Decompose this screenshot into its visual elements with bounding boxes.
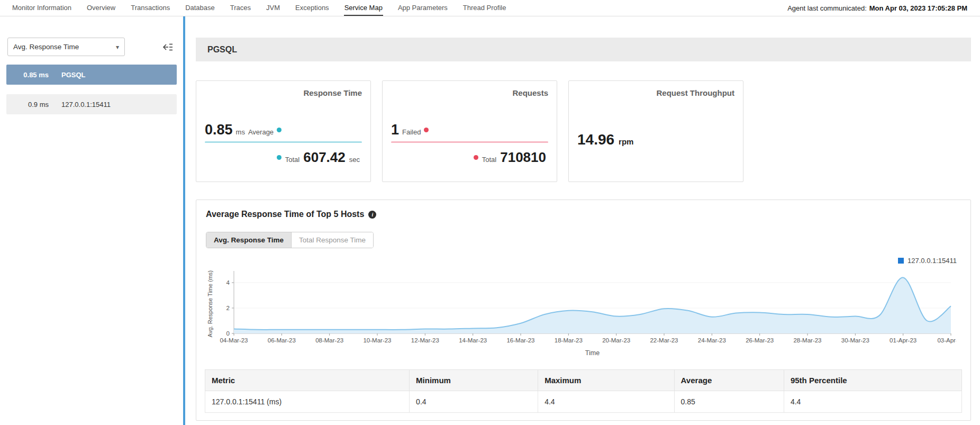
sidebar-controls: Avg. Response Time ▾ xyxy=(0,38,183,56)
host-list: 0.85 msPGSQL0.9 ms127.0.0.1:15411 xyxy=(0,65,183,114)
chart-legend: 127.0.0.1:15411 xyxy=(205,257,962,265)
svg-text:12-Mar-23: 12-Mar-23 xyxy=(411,337,439,343)
svg-text:26-Mar-23: 26-Mar-23 xyxy=(746,337,774,343)
nav-tab-service-map[interactable]: Service Map xyxy=(344,0,383,16)
nav-tab-traces[interactable]: Traces xyxy=(230,0,251,16)
total-requests-label: Total xyxy=(482,156,496,164)
chevron-down-icon: ▾ xyxy=(116,43,119,51)
nav-tab-database[interactable]: Database xyxy=(185,0,215,16)
failed-requests-value: 1 xyxy=(391,122,399,138)
table-header-cell: Metric xyxy=(205,370,410,391)
page: Monitor InformationOverviewTransactionsD… xyxy=(0,0,980,425)
page-title-text: PGSQL xyxy=(207,45,237,55)
svg-text:24-Mar-23: 24-Mar-23 xyxy=(698,337,726,343)
svg-text:4: 4 xyxy=(226,279,230,286)
table-header-row: MetricMinimumMaximumAverage95th Percenti… xyxy=(205,370,962,391)
nav-tab-transactions[interactable]: Transactions xyxy=(130,0,170,16)
agent-label: Agent last communicated: xyxy=(787,4,867,12)
svg-text:06-Mar-23: 06-Mar-23 xyxy=(268,337,296,343)
content-area: Avg. Response Time ▾ 0.85 msPGSQL0.9 ms1… xyxy=(0,16,980,425)
total-requests-dot xyxy=(474,155,478,160)
response-time-toggle: Avg. Response TimeTotal Response Time xyxy=(206,232,374,248)
avg-response-unit: ms xyxy=(236,128,245,136)
total-response-value: 607.42 xyxy=(303,149,346,166)
failed-requests-metric: 1 Failed xyxy=(391,122,548,138)
table-cell: 4.4 xyxy=(538,391,674,413)
request-throughput-card: Request Throughput 14.96 rpm xyxy=(568,80,743,182)
table-cell: 4.4 xyxy=(784,391,961,413)
svg-text:20-Mar-23: 20-Mar-23 xyxy=(602,337,630,343)
sidebar-item-label: 127.0.0.1:15411 xyxy=(61,101,111,108)
svg-text:30-Mar-23: 30-Mar-23 xyxy=(841,337,869,343)
avg-response-value: 0.85 xyxy=(205,122,233,138)
legend-swatch xyxy=(898,258,904,264)
legend-label: 127.0.0.1:15411 xyxy=(908,257,957,265)
svg-text:2: 2 xyxy=(226,305,230,311)
throughput-value: 14.96 xyxy=(577,131,614,148)
table-header-cell: Minimum xyxy=(410,370,538,391)
nav-tab-monitor-information[interactable]: Monitor Information xyxy=(12,0,72,16)
total-label: Total xyxy=(285,156,300,164)
total-requests-metric: Total 710810 xyxy=(391,149,548,166)
throughput-unit: rpm xyxy=(619,137,633,146)
response-time-card: Response Time 0.85 ms Average Total 607.… xyxy=(196,80,371,182)
average-dot xyxy=(277,128,282,132)
card-title: Response Time xyxy=(205,88,362,97)
throughput-metric: 14.96 rpm xyxy=(577,131,734,148)
svg-text:16-Mar-23: 16-Mar-23 xyxy=(506,337,534,343)
total-response-unit: sec xyxy=(349,156,360,164)
requests-card: Requests 1 Failed Total 710810 xyxy=(382,80,557,182)
requests-rule xyxy=(391,141,548,143)
metric-dropdown[interactable]: Avg. Response Time ▾ xyxy=(7,38,125,56)
nav-tab-exceptions[interactable]: Exceptions xyxy=(295,0,330,16)
chart-card: Average Response Time of Top 5 Hosts i A… xyxy=(196,200,971,421)
sidebar-item-value: 0.9 ms xyxy=(6,101,49,108)
tab-total-response-time[interactable]: Total Response Time xyxy=(292,232,373,248)
chart-title: Average Response Time of Top 5 Hosts xyxy=(206,210,364,219)
page-title: PGSQL xyxy=(196,38,971,61)
info-icon[interactable]: i xyxy=(368,211,376,219)
sidebar-item-pgsql[interactable]: 0.85 msPGSQL xyxy=(6,65,177,85)
svg-text:03-Apr-23: 03-Apr-23 xyxy=(937,337,956,343)
card-title: Requests xyxy=(391,88,548,97)
tab-avg-response-time[interactable]: Avg. Response Time xyxy=(206,232,292,248)
card-title: Request Throughput xyxy=(577,88,734,97)
svg-text:18-Mar-23: 18-Mar-23 xyxy=(555,337,583,343)
nav-tab-app-parameters[interactable]: App Parameters xyxy=(397,0,448,16)
sidebar-item-127-0-0-1-15411[interactable]: 0.9 ms127.0.0.1:15411 xyxy=(6,94,177,114)
metrics-table: MetricMinimumMaximumAverage95th Percenti… xyxy=(205,369,962,413)
agent-timestamp: Mon Apr 03, 2023 17:05:28 PM xyxy=(869,4,967,12)
total-requests-value: 710810 xyxy=(500,149,546,166)
nav-tab-jvm[interactable]: JVM xyxy=(266,0,280,16)
table-body: 127.0.0.1:15411 (ms)0.44.40.854.4 xyxy=(205,391,962,413)
response-time-chart: 02404-Mar-2306-Mar-2308-Mar-2310-Mar-231… xyxy=(205,265,956,361)
agent-last-communicated: Agent last communicated: Mon Apr 03, 202… xyxy=(787,0,967,16)
table-header-cell: Maximum xyxy=(538,370,674,391)
svg-text:14-Mar-23: 14-Mar-23 xyxy=(459,337,487,343)
svg-text:22-Mar-23: 22-Mar-23 xyxy=(650,337,678,343)
table-row: 127.0.0.1:15411 (ms)0.44.40.854.4 xyxy=(205,391,962,413)
metric-dropdown-value: Avg. Response Time xyxy=(13,43,79,51)
svg-text:Time: Time xyxy=(585,349,600,357)
svg-text:04-Mar-23: 04-Mar-23 xyxy=(220,337,248,343)
table-cell: 127.0.0.1:15411 (ms) xyxy=(205,391,410,413)
collapse-sidebar-icon[interactable] xyxy=(162,42,174,52)
summary-cards: Response Time 0.85 ms Average Total 607.… xyxy=(196,80,971,182)
main-panel: PGSQL Response Time 0.85 ms Average Tota… xyxy=(185,16,980,425)
avg-response-metric: 0.85 ms Average xyxy=(205,122,362,138)
table-header-cell: 95th Percentile xyxy=(784,370,961,391)
svg-text:01-Apr-23: 01-Apr-23 xyxy=(890,337,917,343)
svg-text:Avg. Response Time (ms): Avg. Response Time (ms) xyxy=(207,270,213,337)
response-time-rule xyxy=(205,141,362,143)
svg-text:08-Mar-23: 08-Mar-23 xyxy=(315,337,343,343)
nav-tab-overview[interactable]: Overview xyxy=(86,0,116,16)
chart-title-row: Average Response Time of Top 5 Hosts i xyxy=(205,210,962,219)
nav-tabs: Monitor InformationOverviewTransactionsD… xyxy=(12,0,506,16)
sidebar-item-label: PGSQL xyxy=(61,71,86,79)
total-response-metric: Total 607.42 sec xyxy=(205,149,362,166)
table-cell: 0.4 xyxy=(410,391,538,413)
table-header-cell: Average xyxy=(674,370,784,391)
nav-tab-thread-profile[interactable]: Thread Profile xyxy=(462,0,507,16)
svg-text:28-Mar-23: 28-Mar-23 xyxy=(793,337,821,343)
failed-requests-label: Failed xyxy=(402,128,421,136)
